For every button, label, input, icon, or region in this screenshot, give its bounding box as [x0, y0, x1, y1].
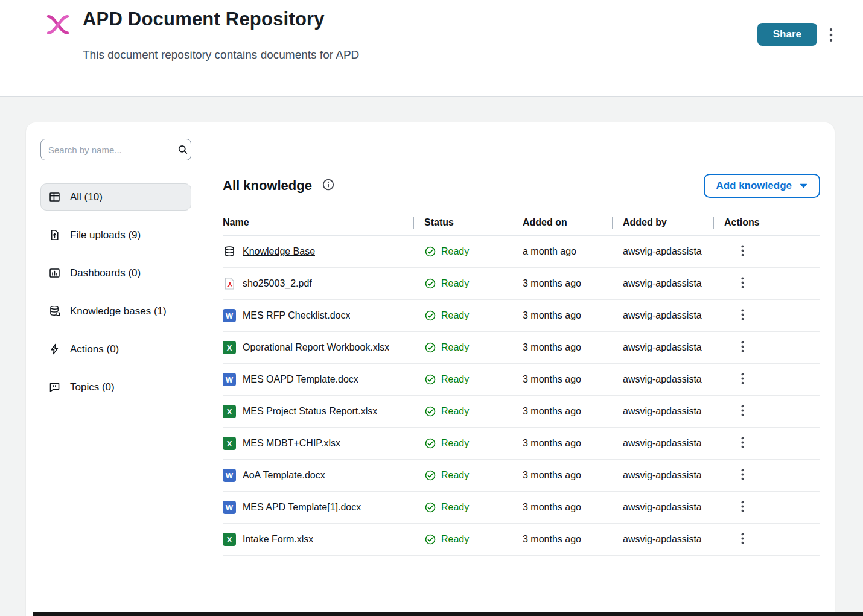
knowledge-table: Name Status Added on Added by Actions Kn…	[223, 217, 820, 556]
status-text: Ready	[441, 438, 469, 449]
name-cell: WMES OAPD Template.docx	[223, 373, 413, 386]
status-cell: Ready	[413, 469, 512, 481]
status-text: Ready	[441, 502, 469, 513]
file-name: Intake Form.xlsx	[243, 534, 313, 545]
added-on-cell: 3 months ago	[512, 502, 612, 513]
status-cell: Ready	[413, 310, 512, 322]
app-logo-icon	[45, 8, 71, 96]
page-title: APD Document Repository	[83, 8, 359, 30]
status-cell: Ready	[413, 246, 512, 258]
add-knowledge-button[interactable]: Add knowledge	[704, 174, 820, 198]
excel-file-icon: X	[223, 437, 236, 450]
added-on-text: 3 months ago	[523, 470, 581, 481]
row-actions-button[interactable]	[735, 274, 750, 293]
file-name: MES APD Template[1].docx	[243, 502, 361, 513]
name-cell: XMES Project Status Report.xlsx	[223, 405, 413, 418]
ready-check-icon	[424, 373, 436, 386]
bottom-edge-bar	[33, 612, 863, 616]
word-file-icon: W	[223, 501, 236, 514]
row-actions-button[interactable]	[735, 402, 750, 421]
ready-check-icon	[424, 246, 436, 258]
sidebar-item-all[interactable]: All (10)	[40, 183, 191, 211]
column-header-added-by: Added by	[612, 217, 713, 228]
added-by-cell: awsvig-apdassista	[612, 342, 713, 353]
status-text: Ready	[441, 278, 469, 289]
added-by-cell: awsvig-apdassista	[612, 310, 713, 321]
sidebar-item-label: Topics (0)	[70, 381, 115, 393]
added-by-cell: awsvig-apdassista	[612, 246, 713, 257]
actions-cell	[713, 338, 820, 357]
status-cell: Ready	[413, 437, 512, 449]
name-cell: XMES MDBT+CHIP.xlsx	[223, 437, 413, 450]
status-cell: Ready	[413, 405, 512, 418]
added-by-cell: awsvig-apdassista	[612, 438, 713, 449]
file-name: MES MDBT+CHIP.xlsx	[243, 438, 340, 449]
status-cell: Ready	[413, 533, 512, 545]
knowledge-panel: All knowledge Add knowledge Name	[223, 139, 820, 600]
info-icon[interactable]	[322, 178, 335, 194]
kebab-icon	[741, 405, 744, 416]
excel-file-icon: X	[223, 405, 236, 418]
knowledge-table-body: Knowledge BaseReadya month agoawsvig-apd…	[223, 236, 820, 556]
ready-check-icon	[424, 310, 436, 322]
column-header-added-on: Added on	[512, 217, 612, 228]
row-actions-button[interactable]	[735, 242, 750, 261]
row-actions-button[interactable]	[735, 466, 750, 485]
word-file-icon: W	[223, 309, 236, 322]
row-actions-button[interactable]	[735, 434, 750, 453]
word-file-icon: W	[223, 373, 236, 386]
ready-check-icon	[424, 341, 436, 354]
added-by-cell: awsvig-apdassista	[612, 406, 713, 417]
row-actions-button[interactable]	[735, 370, 750, 389]
added-on-text: 3 months ago	[523, 374, 581, 385]
row-actions-button[interactable]	[735, 530, 750, 549]
excel-file-icon: X	[223, 533, 236, 546]
column-header-actions: Actions	[713, 217, 820, 228]
sidebar-item-dashboards[interactable]: Dashboards (0)	[40, 259, 191, 287]
added-by-text: awsvig-apdassista	[623, 374, 702, 385]
lightning-icon	[48, 343, 61, 355]
added-on-text: a month ago	[523, 246, 576, 257]
name-cell: XOperational Report Workbook.xlsx	[223, 341, 413, 354]
column-header-name: Name	[223, 217, 413, 228]
knowledge-base-icon	[48, 305, 61, 317]
added-on-cell: 3 months ago	[512, 278, 612, 289]
sidebar-item-label: File uploads (9)	[70, 229, 141, 241]
added-by-text: awsvig-apdassista	[623, 278, 702, 289]
status-cell: Ready	[413, 501, 512, 513]
added-by-text: awsvig-apdassista	[623, 534, 702, 545]
table-row: XMES Project Status Report.xlsxReady3 mo…	[223, 396, 820, 428]
actions-cell	[713, 274, 820, 293]
share-button[interactable]: Share	[757, 23, 817, 46]
status-text: Ready	[441, 342, 469, 353]
status-cell: Ready	[413, 373, 512, 386]
added-on-cell: 3 months ago	[512, 406, 612, 417]
name-cell: Knowledge Base	[223, 246, 413, 258]
sidebar-item-knowledge-bases[interactable]: Knowledge bases (1)	[40, 297, 191, 325]
status-text: Ready	[441, 406, 469, 417]
page-subtitle: This document repository contains docume…	[83, 48, 359, 62]
added-on-text: 3 months ago	[523, 310, 581, 321]
sidebar-item-file-uploads[interactable]: File uploads (9)	[40, 221, 191, 249]
kebab-icon	[741, 469, 744, 480]
sidebar-item-label: All (10)	[70, 191, 103, 203]
kebab-icon	[741, 277, 744, 288]
header-menu-button[interactable]	[826, 23, 836, 49]
search-input[interactable]	[40, 139, 191, 160]
table-row: XOperational Report Workbook.xlsxReady3 …	[223, 332, 820, 364]
sidebar-item-actions[interactable]: Actions (0)	[40, 335, 191, 363]
row-actions-button[interactable]	[735, 338, 750, 357]
actions-cell	[713, 434, 820, 453]
ready-check-icon	[424, 437, 436, 449]
sidebar-item-topics[interactable]: Topics (0)	[40, 373, 191, 401]
file-name: Operational Report Workbook.xlsx	[243, 342, 389, 353]
sidebar-item-label: Dashboards (0)	[70, 267, 141, 279]
knowledge-base-link[interactable]: Knowledge Base	[243, 246, 315, 257]
row-actions-button[interactable]	[735, 498, 750, 517]
added-on-cell: 3 months ago	[512, 534, 612, 545]
added-on-cell: 3 months ago	[512, 310, 612, 321]
name-cell: WMES RFP Checklist.docx	[223, 309, 413, 322]
row-actions-button[interactable]	[735, 306, 750, 325]
table-row: XMES MDBT+CHIP.xlsxReady3 months agoawsv…	[223, 428, 820, 460]
file-name: MES OAPD Template.docx	[243, 374, 358, 385]
